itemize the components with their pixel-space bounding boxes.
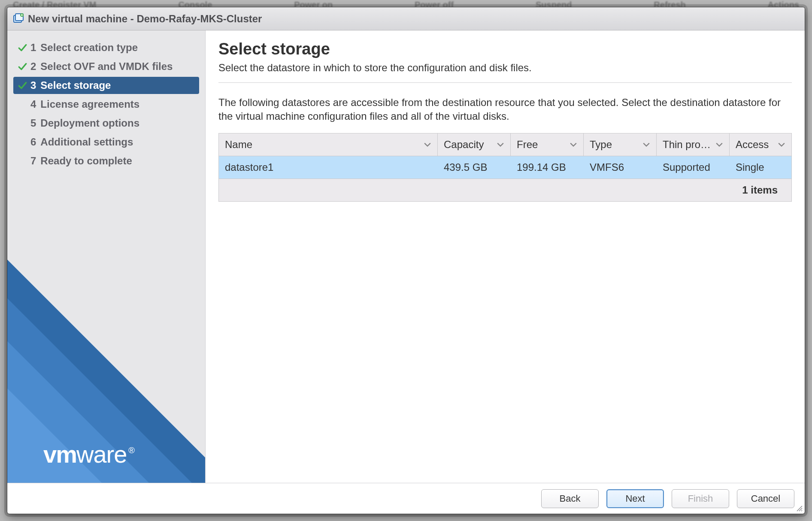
check-icon [18,43,27,52]
wizard-step-3[interactable]: 3Select storage [13,77,199,94]
step-label: Select storage [40,79,111,91]
step-number: 7 [30,155,36,167]
svg-marker-5 [7,333,158,483]
column-header-thin-provisioning[interactable]: Thin pro… [657,133,730,156]
dialog-title-bar: New virtual machine - Demo-Rafay-MKS-Clu… [7,7,805,30]
chevron-down-icon [778,141,785,148]
decorative-triangles [7,217,206,483]
dialog-title: New virtual machine - Demo-Rafay-MKS-Clu… [28,13,262,25]
column-header-capacity[interactable]: Capacity [438,133,511,156]
wizard-content: Select storage Select the datastore in w… [206,30,805,483]
cell-capacity: 439.5 GB [438,156,511,179]
column-header-name[interactable]: Name [219,133,438,156]
wizard-step-4[interactable]: 4License agreements [13,96,199,113]
cancel-button[interactable]: Cancel [737,489,794,508]
chevron-down-icon [715,141,723,148]
page-subtitle: Select the datastore in which to store t… [218,62,792,83]
svg-marker-6 [7,380,110,483]
table-footer: 1 items [219,179,791,201]
wizard-step-5[interactable]: 5Deployment options [13,115,199,132]
page-description: The following datastores are accessible … [218,96,792,124]
cell-access: Single [730,156,791,179]
chevron-down-icon [570,141,577,148]
dialog-footer: Back Next Finish Cancel [7,483,805,514]
step-number: 5 [30,117,36,129]
page-title: Select storage [218,40,792,58]
resize-grip-icon[interactable] [796,505,803,512]
step-label: Additional settings [40,136,133,148]
chevron-down-icon [642,141,650,148]
step-label: Select OVF and VMDK files [40,61,173,73]
next-button[interactable]: Next [606,489,664,508]
chevron-down-icon [497,141,504,148]
svg-marker-3 [7,251,206,483]
step-number: 1 [30,42,36,54]
datastore-table: Name Capacity Free Type [218,133,792,202]
wizard-step-2[interactable]: 2Select OVF and VMDK files [13,58,199,75]
step-label: Deployment options [40,117,139,129]
wizard-sidebar: 1Select creation type2Select OVF and VMD… [7,30,206,483]
finish-button: Finish [672,489,729,508]
table-row[interactable]: datastore1 439.5 GB 199.14 GB VMFS6 Supp… [219,156,791,179]
step-number: 4 [30,98,36,110]
step-number: 3 [30,79,36,91]
chevron-down-icon [424,141,431,148]
check-icon [18,81,27,90]
step-number: 6 [30,136,36,148]
step-label: Ready to complete [40,155,132,167]
step-label: License agreements [40,98,139,110]
step-number: 2 [30,61,36,73]
wizard-step-1[interactable]: 1Select creation type [13,39,199,56]
cell-name: datastore1 [219,156,438,179]
dialog-new-vm: New virtual machine - Demo-Rafay-MKS-Clu… [7,7,805,514]
back-button[interactable]: Back [541,489,599,508]
column-header-access[interactable]: Access [730,133,791,156]
check-icon [18,62,27,71]
column-header-type[interactable]: Type [584,133,657,156]
vmware-logo: vmware® [43,440,134,468]
cell-type: VMFS6 [584,156,657,179]
cell-thin: Supported [657,156,730,179]
wizard-step-7[interactable]: 7Ready to complete [13,152,199,170]
wizard-step-6[interactable]: 6Additional settings [13,133,199,151]
table-header: Name Capacity Free Type [219,133,791,156]
step-label: Select creation type [40,42,138,54]
svg-marker-4 [7,290,200,483]
cell-free: 199.14 GB [511,156,584,179]
column-header-free[interactable]: Free [511,133,584,156]
vm-icon [12,13,24,25]
